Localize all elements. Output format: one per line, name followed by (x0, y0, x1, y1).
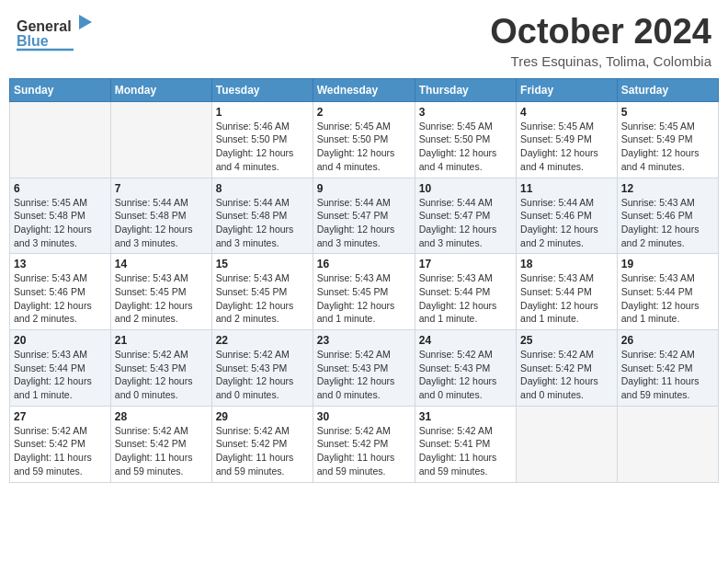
calendar-cell: 2Sunrise: 5:45 AM Sunset: 5:50 PM Daylig… (313, 101, 415, 178)
calendar-header-row: SundayMondayTuesdayWednesdayThursdayFrid… (10, 78, 719, 101)
day-info: Sunrise: 5:43 AM Sunset: 5:44 PM Dayligh… (14, 348, 107, 402)
day-info: Sunrise: 5:42 AM Sunset: 5:42 PM Dayligh… (216, 424, 309, 478)
calendar-cell: 31Sunrise: 5:42 AM Sunset: 5:41 PM Dayli… (415, 406, 516, 482)
day-number: 21 (115, 334, 208, 347)
day-header: Sunday (10, 78, 111, 101)
calendar-cell: 11Sunrise: 5:44 AM Sunset: 5:46 PM Dayli… (517, 178, 618, 254)
day-number: 14 (115, 258, 208, 270)
day-number: 6 (14, 182, 107, 195)
day-number: 29 (216, 410, 309, 423)
calendar-cell: 19Sunrise: 5:43 AM Sunset: 5:44 PM Dayli… (617, 254, 718, 330)
day-number: 16 (317, 258, 411, 270)
day-number: 10 (419, 182, 512, 195)
day-number: 17 (419, 258, 512, 270)
logo-icon: General Blue (17, 13, 99, 53)
calendar-cell: 17Sunrise: 5:43 AM Sunset: 5:44 PM Dayli… (415, 254, 516, 330)
day-info: Sunrise: 5:42 AM Sunset: 5:43 PM Dayligh… (216, 348, 309, 402)
location-subtitle: Tres Esquinas, Tolima, Colombia (490, 53, 711, 69)
day-info: Sunrise: 5:42 AM Sunset: 5:42 PM Dayligh… (520, 348, 613, 402)
calendar-cell: 4Sunrise: 5:45 AM Sunset: 5:49 PM Daylig… (517, 101, 618, 178)
day-number: 11 (520, 182, 613, 195)
calendar-cell: 18Sunrise: 5:43 AM Sunset: 5:44 PM Dayli… (517, 254, 618, 330)
day-info: Sunrise: 5:43 AM Sunset: 5:46 PM Dayligh… (14, 271, 107, 326)
day-info: Sunrise: 5:45 AM Sunset: 5:49 PM Dayligh… (520, 120, 613, 174)
day-header: Saturday (617, 78, 718, 101)
calendar-week-row: 27Sunrise: 5:42 AM Sunset: 5:42 PM Dayli… (10, 406, 719, 482)
day-number: 7 (115, 182, 208, 195)
calendar-cell: 13Sunrise: 5:43 AM Sunset: 5:46 PM Dayli… (10, 254, 111, 330)
day-info: Sunrise: 5:42 AM Sunset: 5:43 PM Dayligh… (419, 348, 512, 402)
day-number: 2 (317, 106, 411, 119)
calendar-cell: 10Sunrise: 5:44 AM Sunset: 5:47 PM Dayli… (415, 178, 516, 254)
calendar-body: 1Sunrise: 5:46 AM Sunset: 5:50 PM Daylig… (10, 101, 719, 482)
day-info: Sunrise: 5:44 AM Sunset: 5:47 PM Dayligh… (419, 196, 512, 250)
calendar-cell (110, 101, 211, 178)
calendar-cell: 9Sunrise: 5:44 AM Sunset: 5:47 PM Daylig… (313, 178, 415, 254)
calendar-cell: 22Sunrise: 5:42 AM Sunset: 5:43 PM Dayli… (211, 330, 313, 407)
day-info: Sunrise: 5:42 AM Sunset: 5:42 PM Dayligh… (14, 424, 107, 478)
day-info: Sunrise: 5:43 AM Sunset: 5:44 PM Dayligh… (419, 271, 512, 326)
day-info: Sunrise: 5:42 AM Sunset: 5:42 PM Dayligh… (115, 424, 208, 478)
calendar-table: SundayMondayTuesdayWednesdayThursdayFrid… (9, 78, 719, 483)
calendar-week-row: 20Sunrise: 5:43 AM Sunset: 5:44 PM Dayli… (10, 330, 719, 407)
day-number: 15 (216, 258, 309, 270)
day-header: Tuesday (211, 78, 313, 101)
day-number: 1 (216, 106, 309, 119)
calendar-cell (617, 406, 718, 482)
day-number: 27 (14, 410, 107, 423)
title-block: October 2024 Tres Esquinas, Tolima, Colo… (490, 13, 711, 69)
calendar-cell: 8Sunrise: 5:44 AM Sunset: 5:48 PM Daylig… (211, 178, 313, 254)
day-number: 22 (216, 334, 309, 347)
day-number: 25 (520, 334, 613, 347)
calendar-week-row: 13Sunrise: 5:43 AM Sunset: 5:46 PM Dayli… (10, 254, 719, 330)
day-info: Sunrise: 5:42 AM Sunset: 5:43 PM Dayligh… (317, 348, 411, 402)
day-info: Sunrise: 5:43 AM Sunset: 5:44 PM Dayligh… (621, 271, 714, 326)
page: General Blue October 2024 Tres Esquinas,… (0, 0, 728, 563)
day-number: 5 (621, 106, 714, 119)
calendar-week-row: 6Sunrise: 5:45 AM Sunset: 5:48 PM Daylig… (10, 178, 719, 254)
logo: General Blue (17, 13, 99, 53)
day-number: 30 (317, 410, 411, 423)
svg-text:General: General (17, 18, 72, 34)
day-header: Friday (517, 78, 618, 101)
day-number: 9 (317, 182, 411, 195)
day-info: Sunrise: 5:43 AM Sunset: 5:46 PM Dayligh… (621, 196, 714, 250)
calendar-cell: 30Sunrise: 5:42 AM Sunset: 5:42 PM Dayli… (313, 406, 415, 482)
day-info: Sunrise: 5:45 AM Sunset: 5:50 PM Dayligh… (419, 120, 512, 174)
day-info: Sunrise: 5:45 AM Sunset: 5:50 PM Dayligh… (317, 120, 411, 174)
day-info: Sunrise: 5:42 AM Sunset: 5:42 PM Dayligh… (621, 348, 714, 402)
day-info: Sunrise: 5:42 AM Sunset: 5:41 PM Dayligh… (419, 424, 512, 478)
day-info: Sunrise: 5:43 AM Sunset: 5:45 PM Dayligh… (317, 271, 411, 326)
calendar-cell: 7Sunrise: 5:44 AM Sunset: 5:48 PM Daylig… (110, 178, 211, 254)
calendar-cell: 24Sunrise: 5:42 AM Sunset: 5:43 PM Dayli… (415, 330, 516, 407)
day-number: 31 (419, 410, 512, 423)
day-info: Sunrise: 5:44 AM Sunset: 5:47 PM Dayligh… (317, 196, 411, 250)
calendar-cell: 21Sunrise: 5:42 AM Sunset: 5:43 PM Dayli… (110, 330, 211, 407)
calendar-cell: 27Sunrise: 5:42 AM Sunset: 5:42 PM Dayli… (10, 406, 111, 482)
calendar-cell: 14Sunrise: 5:43 AM Sunset: 5:45 PM Dayli… (110, 254, 211, 330)
calendar-cell: 29Sunrise: 5:42 AM Sunset: 5:42 PM Dayli… (211, 406, 313, 482)
day-number: 19 (621, 258, 714, 270)
day-number: 12 (621, 182, 714, 195)
svg-text:Blue: Blue (17, 33, 49, 49)
day-number: 26 (621, 334, 714, 347)
day-number: 24 (419, 334, 512, 347)
day-number: 4 (520, 106, 613, 119)
day-info: Sunrise: 5:45 AM Sunset: 5:48 PM Dayligh… (14, 196, 107, 250)
day-info: Sunrise: 5:43 AM Sunset: 5:45 PM Dayligh… (216, 271, 309, 326)
calendar-cell: 25Sunrise: 5:42 AM Sunset: 5:42 PM Dayli… (517, 330, 618, 407)
header: General Blue October 2024 Tres Esquinas,… (0, 0, 728, 75)
day-info: Sunrise: 5:42 AM Sunset: 5:43 PM Dayligh… (115, 348, 208, 402)
calendar-cell (517, 406, 618, 482)
day-header: Thursday (415, 78, 516, 101)
day-info: Sunrise: 5:45 AM Sunset: 5:49 PM Dayligh… (621, 120, 714, 174)
day-info: Sunrise: 5:44 AM Sunset: 5:46 PM Dayligh… (520, 196, 613, 250)
day-number: 3 (419, 106, 512, 119)
day-header: Wednesday (313, 78, 415, 101)
calendar-cell: 26Sunrise: 5:42 AM Sunset: 5:42 PM Dayli… (617, 330, 718, 407)
day-info: Sunrise: 5:46 AM Sunset: 5:50 PM Dayligh… (216, 120, 309, 174)
svg-marker-1 (79, 15, 92, 29)
calendar-cell: 1Sunrise: 5:46 AM Sunset: 5:50 PM Daylig… (211, 101, 313, 178)
calendar-cell (10, 101, 111, 178)
calendar-cell: 28Sunrise: 5:42 AM Sunset: 5:42 PM Dayli… (110, 406, 211, 482)
